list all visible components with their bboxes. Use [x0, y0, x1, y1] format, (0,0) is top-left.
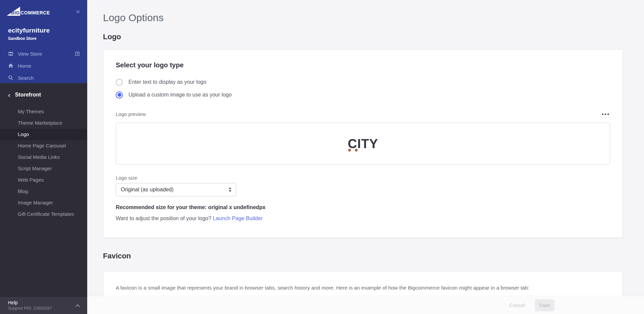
adjust-position-text: Want to adjust the position of your logo… — [116, 215, 610, 222]
sidebar-item-home-page-carousel[interactable]: Home Page Carousel — [0, 140, 87, 151]
page-title: Logo Options — [103, 12, 623, 23]
home-icon — [8, 63, 13, 68]
adjust-position-question: Want to adjust the position of your logo… — [116, 215, 213, 221]
bigcommerce-logo: BIG COMMERCE — [7, 6, 50, 16]
brand-commerce-text: COMMERCE — [20, 10, 50, 16]
sidebar-item-gift-certificate-templates[interactable]: Gift Certificate Templates — [0, 208, 87, 220]
sidebar-back-storefront[interactable]: ‹ Storefront — [0, 83, 87, 101]
chevron-left-icon: ‹ — [8, 92, 10, 97]
radio-option-text-logo[interactable]: Enter text to display as your logo — [116, 77, 610, 87]
sidebar-item-label: Home — [18, 63, 31, 69]
sidebar-item-label: View Store — [18, 51, 42, 57]
search-icon — [8, 75, 13, 80]
logo-preview-box: CITY — [116, 123, 610, 165]
favicon-section-heading: Favicon — [103, 252, 623, 260]
sidebar-item-social-media-links[interactable]: Social Media Links — [0, 151, 87, 163]
logo-card: Select your logo type Enter text to disp… — [103, 49, 623, 238]
sidebar-item-blog[interactable]: Blog — [0, 186, 87, 197]
logo-size-select[interactable]: Original (as uploaded) — [116, 183, 236, 196]
radio-label: Upload a custom image to use as your log… — [128, 92, 232, 98]
logo-preview-label: Logo preview — [116, 111, 146, 117]
logo-text: CITY — [348, 137, 378, 151]
logo-size-selected-value: Original (as uploaded) — [121, 187, 173, 193]
bigcommerce-sail-icon: BIG — [7, 7, 20, 16]
sidebar-store-panel: BIG COMMERCE « ecityfurniture Sandbox St… — [0, 0, 87, 83]
radio-option-image-logo[interactable]: Upload a custom image to use as your log… — [116, 90, 610, 100]
logo-section-heading: Logo — [103, 33, 623, 41]
sidebar-item-script-manager[interactable]: Script Manager — [0, 163, 87, 174]
logo-type-radio-group: Enter text to display as your logo Uploa… — [116, 77, 610, 100]
sidebar-item-view-store[interactable]: View Store — [0, 48, 87, 60]
save-button[interactable]: Save — [535, 299, 554, 311]
help-panel[interactable]: Help Support PIN: 22603167 — [0, 297, 87, 314]
sidebar-item-theme-marketplace[interactable]: Theme Marketplace — [0, 117, 87, 129]
sidebar-item-image-manager[interactable]: Image Manager — [0, 197, 87, 208]
save-footer-bar: Cancel Save — [87, 296, 644, 314]
collapse-sidebar-icon[interactable]: « — [76, 8, 80, 14]
sidebar-item-label: Search — [18, 75, 34, 81]
launch-page-builder-link[interactable]: Launch Page Builder — [213, 215, 263, 221]
select-logo-type-label: Select your logo type — [116, 61, 610, 69]
logo-size-label: Logo size — [116, 175, 610, 181]
uploaded-logo-image: CITY — [348, 137, 378, 150]
radio-label: Enter text to display as your logo — [128, 79, 206, 85]
store-name: ecityfurniture — [8, 27, 79, 34]
help-title: Help — [8, 300, 80, 305]
main-content: Logo Options Logo Select your logo type … — [87, 0, 644, 314]
radio-selected-icon[interactable] — [116, 91, 123, 99]
sidebar-item-search[interactable]: Search — [0, 72, 87, 84]
sidebar: BIG COMMERCE « ecityfurniture Sandbox St… — [0, 0, 87, 314]
storefront-section-title: Storefront — [15, 92, 41, 98]
favicon-description: A favicon is a small image that represen… — [116, 285, 610, 291]
logo-wheel-icon — [355, 149, 358, 151]
sidebar-item-web-pages[interactable]: Web Pages — [0, 174, 87, 186]
store-type-label: Sandbox Store — [8, 36, 79, 41]
support-pin: Support PIN: 22603167 — [8, 306, 80, 311]
brand-big-text: BIG — [11, 10, 20, 15]
external-link-icon — [75, 51, 80, 56]
ellipsis-menu-icon[interactable]: ••• — [602, 113, 610, 116]
recommended-size-text: Recommended size for your theme: origina… — [116, 204, 610, 210]
sidebar-item-home[interactable]: Home — [0, 60, 87, 72]
storefront-icon — [8, 51, 13, 56]
sidebar-item-logo[interactable]: Logo — [0, 129, 87, 140]
sidebar-item-my-themes[interactable]: My Themes — [0, 106, 87, 117]
cancel-button[interactable]: Cancel — [504, 300, 530, 311]
radio-unselected-icon[interactable] — [116, 79, 123, 86]
sidebar-storefront-section: ‹ Storefront My Themes Theme Marketplace… — [0, 83, 87, 220]
select-stepper-icon — [229, 187, 231, 192]
logo-wheel-icon — [348, 149, 351, 151]
